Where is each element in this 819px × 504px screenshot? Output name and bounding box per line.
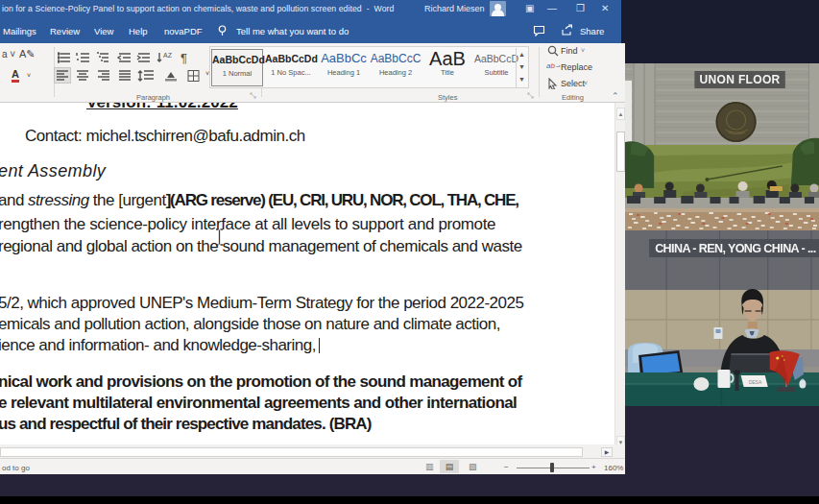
svg-text:UNON FLOOR: UNON FLOOR [700,74,781,87]
svg-text:DESA: DESA [749,379,762,385]
svg-text:CHINA - REN, YONG CHINA - ...: CHINA - REN, YONG CHINA - ... [655,242,816,255]
svg-text:¶: ¶ [181,51,187,64]
svg-text:AZ: AZ [163,52,173,59]
